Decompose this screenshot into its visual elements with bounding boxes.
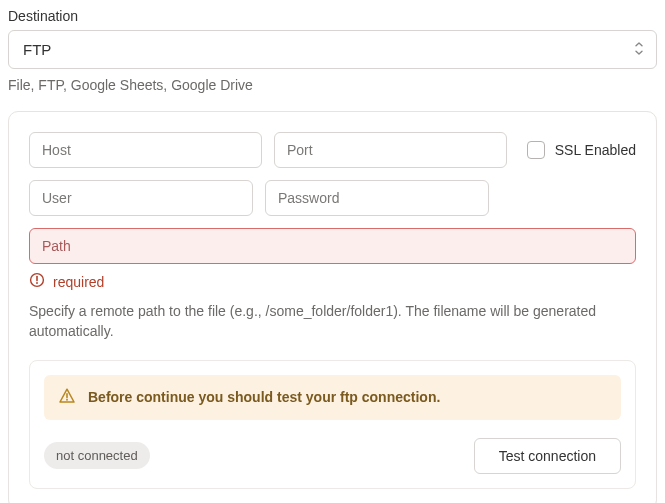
destination-select[interactable]: FTP (8, 30, 657, 69)
svg-point-2 (36, 282, 38, 284)
destination-hint: File, FTP, Google Sheets, Google Drive (8, 77, 657, 93)
destination-select-value: FTP (23, 41, 51, 58)
path-required-text: required (53, 274, 104, 290)
destination-select-wrap: FTP (8, 30, 657, 69)
password-input[interactable] (265, 180, 489, 216)
port-input[interactable] (274, 132, 507, 168)
svg-point-4 (66, 398, 68, 400)
row-host-port-ssl: SSL Enabled (29, 132, 636, 168)
ssl-enabled-label: SSL Enabled (555, 142, 636, 158)
destination-label: Destination (8, 8, 657, 24)
ssl-enabled-checkbox[interactable] (527, 141, 545, 159)
connection-status-pill: not connected (44, 442, 150, 469)
connection-footer-row: not connected Test connection (44, 438, 621, 474)
warning-text: Before continue you should test your ftp… (88, 389, 440, 405)
warning-icon (58, 387, 76, 408)
ssl-enabled-wrap: SSL Enabled (519, 141, 636, 159)
error-icon (29, 272, 45, 291)
path-input[interactable] (29, 228, 636, 264)
warning-banner: Before continue you should test your ftp… (44, 375, 621, 420)
test-connection-button[interactable]: Test connection (474, 438, 621, 474)
user-input[interactable] (29, 180, 253, 216)
row-user-pass (29, 180, 489, 216)
ftp-config-panel: SSL Enabled required Specify a remote pa… (8, 111, 657, 503)
host-input[interactable] (29, 132, 262, 168)
path-error-row: required (29, 272, 636, 291)
connection-test-panel: Before continue you should test your ftp… (29, 360, 636, 489)
path-description: Specify a remote path to the file (e.g.,… (29, 301, 636, 342)
